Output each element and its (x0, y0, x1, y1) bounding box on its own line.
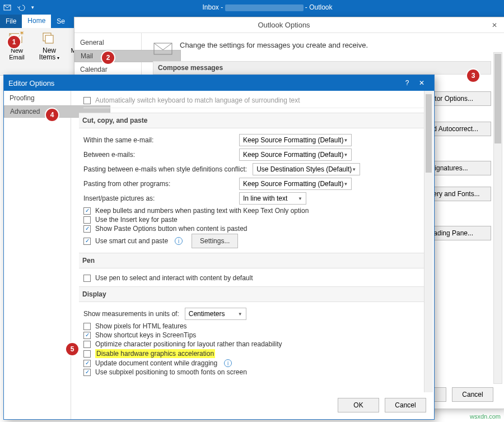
tab-truncated[interactable]: Se (51, 15, 71, 28)
close-icon[interactable]: ✕ (489, 21, 500, 29)
conflict-select[interactable]: Use Destination Styles (Default)▼ (253, 163, 360, 175)
editor-nav: Proofing Advanced (4, 91, 71, 419)
within-select[interactable]: Keep Source Formatting (Default)▼ (239, 134, 352, 146)
qat-dropdown-icon[interactable]: ▾ (31, 4, 34, 10)
smart-cut-settings-button[interactable]: Settings... (192, 234, 238, 248)
callout-badge-2: 2 (102, 52, 114, 64)
truncated-top-option: Automatically switch keyboard to match l… (83, 95, 426, 108)
other-programs-label: Pasting from other programs: (83, 180, 234, 188)
editor-cancel-button[interactable]: Cancel (385, 398, 426, 412)
shortcuts-label: Show shortcut keys in ScreenTips (95, 331, 196, 339)
title-bar: ▾ Inbox - - Outlook (0, 0, 504, 15)
checkbox[interactable] (83, 369, 91, 376)
conflict-label: Pasting between e-mails when style defin… (83, 165, 247, 173)
svg-rect-5 (45, 35, 53, 43)
window-title-account (225, 4, 304, 11)
editor-footer: OK Cancel (338, 398, 426, 412)
watermark: wsxdn.com (470, 413, 501, 420)
checkbox[interactable] (83, 207, 91, 215)
chevron-down-icon: ▼ (352, 167, 356, 172)
callout-badge-3: 3 (467, 69, 479, 82)
qat-send-receive-icon[interactable] (3, 3, 12, 11)
chevron-down-icon: ▼ (343, 138, 348, 143)
checkbox[interactable] (83, 97, 91, 104)
section-cut-copy-paste: Cut, copy, and paste (79, 113, 426, 128)
svg-text:✶: ✶ (19, 31, 25, 37)
subpixel-label: Use subpixel positioning to smooth fonts… (95, 368, 247, 376)
chevron-down-icon: ▼ (238, 312, 242, 317)
help-icon[interactable]: ? (400, 79, 414, 87)
options-cancel-button[interactable]: Cancel (452, 387, 493, 402)
callout-badge-4: 4 (46, 109, 58, 121)
editor-scrollbar[interactable] (424, 91, 433, 392)
checkbox[interactable] (83, 275, 91, 282)
options-nav-general[interactable]: General (74, 35, 141, 50)
chevron-down-icon: ▼ (343, 152, 348, 157)
window-title-suffix: - Outlook (305, 3, 333, 11)
section-pen: Pen (79, 253, 426, 268)
options-scrollbar[interactable] (493, 52, 502, 384)
between-label: Between e-mails: (83, 151, 234, 159)
editor-content: Automatically switch keyboard to match l… (71, 91, 434, 419)
window-title-prefix: Inbox - (202, 3, 225, 11)
new-email-label: New Email (3, 47, 30, 61)
editor-options-dialog: Editor Options ? ✕ Proofing Advanced Aut… (3, 75, 435, 420)
options-titlebar: Outlook Options ✕ (74, 17, 504, 33)
options-header-text: Change the settings for messages you cre… (180, 41, 368, 49)
other-programs-select[interactable]: Keep Source Formatting (Default)▼ (239, 178, 352, 190)
editor-nav-proofing[interactable]: Proofing (4, 91, 71, 105)
smart-cut-label: Use smart cut and paste (95, 237, 168, 245)
tab-file[interactable]: File (0, 15, 22, 28)
info-icon[interactable]: i (175, 237, 183, 245)
editor-titlebar: Editor Options ? ✕ (4, 75, 434, 91)
checkbox[interactable] (83, 360, 91, 367)
chevron-down-icon: ▼ (343, 182, 348, 187)
editor-ok-button[interactable]: OK (338, 398, 379, 412)
scrollbar-thumb[interactable] (426, 94, 432, 173)
measurements-label: Show measurements in units of: (83, 310, 179, 318)
callout-badge-5: 5 (66, 343, 78, 355)
show-paste-label: Show Paste Options button when content i… (95, 225, 248, 233)
pictures-select[interactable]: In line with text▼ (239, 192, 306, 205)
checkbox[interactable] (83, 225, 91, 233)
new-items-label: New Items ▾ (36, 47, 63, 62)
keep-bullets-label: Keep bullets and numbers when pasting te… (95, 207, 309, 215)
checkbox[interactable] (83, 350, 91, 358)
options-title: Outlook Options (258, 21, 310, 29)
checkbox[interactable] (83, 323, 91, 330)
checkbox[interactable] (83, 238, 91, 245)
section-compose: Compose messages (153, 61, 491, 75)
close-icon[interactable]: ✕ (414, 79, 430, 87)
checkbox[interactable] (83, 332, 91, 339)
checkbox[interactable] (83, 216, 91, 224)
truncated-top-label: Automatically switch keyboard to match l… (95, 96, 300, 104)
optimize-label: Optimize character positioning for layou… (95, 340, 282, 348)
editor-title: Editor Options (8, 79, 400, 87)
within-label: Within the same e-mail: (83, 136, 234, 144)
chevron-down-icon: ▼ (298, 196, 302, 201)
use-pen-label: Use pen to select and interact with cont… (95, 274, 253, 282)
section-display: Display (79, 286, 426, 302)
checkbox[interactable] (83, 341, 91, 348)
pictures-label: Insert/paste pictures as: (83, 194, 234, 202)
info-icon[interactable]: i (224, 359, 232, 367)
scrollbar-thumb[interactable] (494, 54, 501, 143)
envelope-icon (153, 41, 173, 55)
update-drag-label: Update document content while dragging (95, 359, 217, 367)
callout-badge-1: 1 (8, 36, 20, 48)
disable-hw-label: Disable hardware graphics acceleration (95, 349, 215, 358)
insert-key-label: Use the Insert key for paste (95, 216, 178, 224)
qat-undo-icon[interactable] (17, 3, 27, 11)
tab-home[interactable]: Home (22, 15, 51, 28)
new-items-button[interactable]: New Items ▾ (36, 30, 63, 62)
between-select[interactable]: Keep Source Formatting (Default)▼ (239, 149, 352, 161)
new-items-icon (40, 30, 58, 46)
measurements-select[interactable]: Centimeters▼ (185, 308, 246, 320)
pixels-label: Show pixels for HTML features (95, 322, 187, 330)
